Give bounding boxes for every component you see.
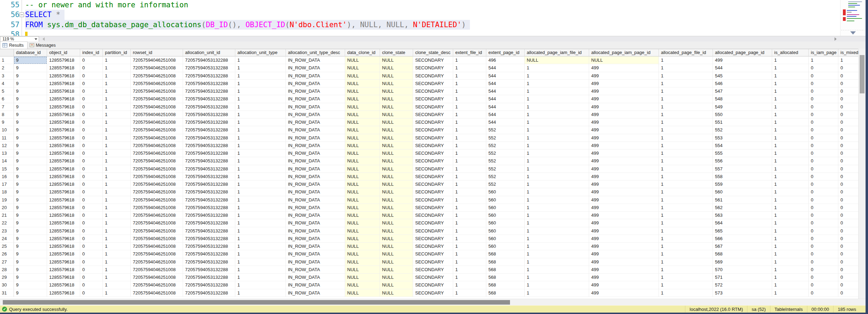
tab-results[interactable]: Results — [0, 41, 28, 49]
grid-cell[interactable]: 552 — [486, 150, 525, 157]
grid-cell[interactable]: 0 — [80, 95, 103, 103]
grid-cell[interactable]: 72057594053132288 — [183, 188, 235, 196]
grid-cell[interactable]: 569 — [713, 258, 772, 266]
grid-cell[interactable]: 1 — [103, 196, 131, 204]
grid-cell[interactable]: 1 — [103, 235, 131, 243]
grid-cell[interactable]: 1 — [235, 103, 286, 111]
row-header[interactable]: 13 — [0, 150, 14, 157]
grid-cell[interactable]: SECONDARY — [413, 87, 453, 95]
grid-cell[interactable]: 499 — [589, 281, 659, 289]
row-header[interactable]: 18 — [0, 188, 14, 196]
grid-cell[interactable]: NULL — [345, 243, 380, 250]
grid-cell[interactable]: 499 — [589, 266, 659, 274]
grid-cell[interactable]: 558 — [713, 173, 772, 181]
grid-cell[interactable]: 1 — [525, 103, 589, 111]
grid-cell[interactable]: 1 — [772, 196, 809, 204]
grid-cell[interactable]: 1 — [103, 118, 131, 126]
row-header[interactable]: 15 — [0, 165, 14, 173]
grid-cell[interactable]: SECONDARY — [413, 289, 453, 297]
grid-cell[interactable]: 1 — [772, 212, 809, 219]
grid-cell[interactable]: 1285579618 — [47, 72, 80, 80]
grid-cell[interactable]: 1 — [453, 235, 486, 243]
grid-cell[interactable]: 0 — [838, 204, 858, 212]
grid-cell[interactable]: 0 — [838, 196, 858, 204]
grid-cell[interactable]: 568 — [486, 281, 525, 289]
grid-hscrollbar-thumb[interactable] — [3, 300, 510, 305]
grid-cell[interactable]: SECONDARY — [413, 281, 453, 289]
grid-cell[interactable]: 72057594046251008 — [131, 258, 183, 266]
grid-cell[interactable]: 0 — [838, 266, 858, 274]
grid-cell[interactable]: SECONDARY — [413, 118, 453, 126]
grid-cell[interactable]: 1 — [772, 219, 809, 227]
grid-cell[interactable]: 1 — [453, 243, 486, 250]
grid-cell[interactable]: SECONDARY — [413, 56, 453, 64]
grid-cell[interactable]: 1285579618 — [47, 281, 80, 289]
grid-cell[interactable]: IN_ROW_DATA — [286, 188, 345, 196]
code-fold-collapse-icon[interactable] — [20, 13, 24, 17]
grid-cell[interactable]: 1 — [659, 227, 713, 235]
grid-cell[interactable]: 72057594053132288 — [183, 258, 235, 266]
grid-cell[interactable]: 1285579618 — [47, 103, 80, 111]
grid-cell[interactable]: 1 — [235, 181, 286, 188]
grid-cell[interactable]: 1 — [235, 118, 286, 126]
grid-cell[interactable]: 72057594046251008 — [131, 281, 183, 289]
grid-cell[interactable]: 72057594046251008 — [131, 150, 183, 157]
scroll-down-arrow-icon[interactable] — [850, 31, 856, 35]
grid-cell[interactable]: 499 — [589, 118, 659, 126]
grid-cell[interactable]: 552 — [486, 134, 525, 142]
grid-cell[interactable]: NULL — [345, 281, 380, 289]
grid-cell[interactable]: 568 — [486, 266, 525, 274]
grid-cell[interactable]: 1 — [659, 126, 713, 134]
grid-cell[interactable]: SECONDARY — [413, 111, 453, 118]
grid-cell[interactable]: 1 — [772, 235, 809, 243]
grid-cell[interactable]: 1285579618 — [47, 274, 80, 281]
column-header-clone_state[interactable]: clone_state — [380, 49, 413, 56]
grid-cell[interactable]: 0 — [80, 64, 103, 72]
grid-cell[interactable]: NULL — [380, 173, 413, 181]
grid-cell[interactable]: 72057594046251008 — [131, 227, 183, 235]
grid-cell[interactable]: 499 — [589, 204, 659, 212]
grid-cell[interactable]: 0 — [80, 126, 103, 134]
grid-cell[interactable]: 1285579618 — [47, 212, 80, 219]
grid-cell[interactable]: 544 — [713, 64, 772, 72]
grid-cell[interactable]: 0 — [809, 250, 838, 258]
grid-cell[interactable]: NULL — [380, 289, 413, 297]
grid-cell[interactable]: 1 — [525, 165, 589, 173]
grid-cell[interactable]: 72057594046251008 — [131, 95, 183, 103]
grid-cell[interactable]: 72057594053132288 — [183, 219, 235, 227]
grid-cell[interactable]: 1285579618 — [47, 243, 80, 250]
grid-cell[interactable]: SECONDARY — [413, 266, 453, 274]
grid-cell[interactable]: 0 — [838, 72, 858, 80]
grid-cell[interactable]: 1 — [659, 188, 713, 196]
grid-cell[interactable]: 0 — [838, 188, 858, 196]
grid-cell[interactable]: 0 — [809, 204, 838, 212]
grid-cell[interactable]: 1 — [235, 235, 286, 243]
grid-cell[interactable]: NULL — [380, 56, 413, 64]
grid-cell[interactable]: 0 — [80, 219, 103, 227]
grid-cell[interactable]: 1 — [525, 80, 589, 87]
grid-cell[interactable]: 499 — [589, 103, 659, 111]
grid-cell[interactable]: 1285579618 — [47, 56, 80, 64]
grid-cell[interactable]: 9 — [14, 250, 47, 258]
grid-cell[interactable]: 0 — [80, 235, 103, 243]
row-header[interactable]: 29 — [0, 274, 14, 281]
grid-cell[interactable]: 559 — [713, 181, 772, 188]
grid-cell[interactable]: 72057594046251008 — [131, 235, 183, 243]
grid-cell[interactable]: 499 — [589, 134, 659, 142]
grid-cell[interactable]: 499 — [589, 87, 659, 95]
grid-cell[interactable]: 0 — [809, 142, 838, 150]
grid-cell[interactable]: 1 — [525, 64, 589, 72]
grid-cell[interactable]: 1 — [235, 126, 286, 134]
grid-cell[interactable]: 499 — [589, 235, 659, 243]
grid-cell[interactable]: 9 — [14, 227, 47, 235]
grid-cell[interactable]: 1 — [659, 289, 713, 297]
grid-cell[interactable]: 0 — [80, 196, 103, 204]
grid-cell[interactable]: 1 — [659, 150, 713, 157]
grid-cell[interactable]: 1 — [525, 134, 589, 142]
grid-cell[interactable]: NULL — [345, 289, 380, 297]
grid-cell[interactable]: 568 — [486, 274, 525, 281]
grid-cell[interactable]: 568 — [486, 289, 525, 297]
grid-cell[interactable]: 571 — [713, 274, 772, 281]
grid-cell[interactable]: 9 — [14, 87, 47, 95]
grid-cell[interactable]: 565 — [713, 227, 772, 235]
